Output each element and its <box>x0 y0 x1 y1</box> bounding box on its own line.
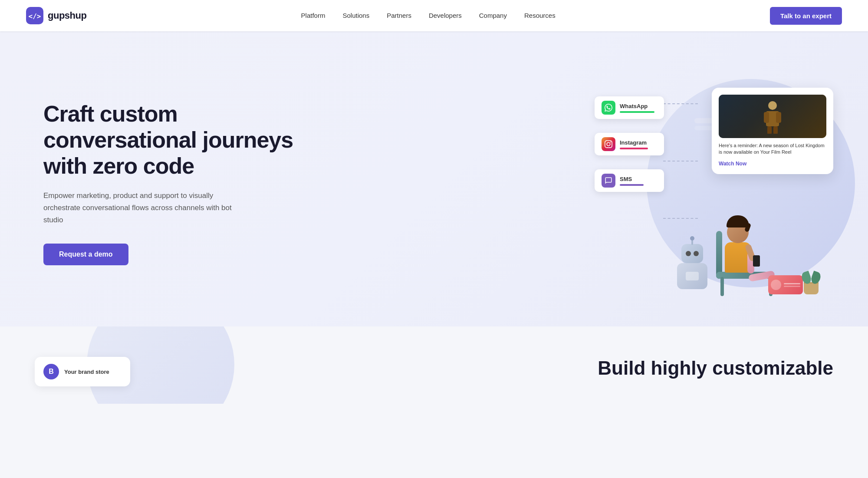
radio-decoration <box>768 275 803 294</box>
whatsapp-bar <box>620 111 654 113</box>
svg-rect-5 <box>776 112 781 123</box>
bottom-title: Build highly customizable <box>598 357 833 380</box>
hero-illustration: WhatsApp Instagram SMS <box>590 70 842 296</box>
radio-line-2 <box>784 286 800 287</box>
channel-pill-instagram: Instagram <box>595 133 664 155</box>
robot-body <box>677 263 707 289</box>
brand-store-label: Your brand store <box>64 369 109 375</box>
logo-link[interactable]: </> gupshup <box>26 7 86 24</box>
robot-head <box>681 244 703 263</box>
chair-leg-front-left <box>720 277 724 296</box>
gupshup-logo-icon: </> <box>26 7 43 24</box>
plant-decoration <box>802 272 820 294</box>
hero-card-reminder-text: Here's a reminder: A new season of Lost … <box>719 142 826 156</box>
navbar: </> gupshup Platform Solutions Partners … <box>0 0 868 31</box>
robot-eye-right <box>694 251 699 256</box>
bottom-left: B Your brand store <box>35 357 130 386</box>
hero-subtitle: Empower marketing, product and support t… <box>43 190 252 226</box>
instagram-label: Instagram <box>620 139 648 146</box>
movie-figure-icon <box>760 99 786 134</box>
instagram-bar <box>620 148 648 149</box>
nav-solutions[interactable]: Solutions <box>342 12 369 19</box>
nav-resources[interactable]: Resources <box>524 12 556 19</box>
channel-pill-sms: SMS <box>595 169 664 192</box>
talk-to-expert-button[interactable]: Talk to an expert <box>770 7 842 25</box>
sms-bar <box>620 184 644 186</box>
nav-company[interactable]: Company <box>479 12 507 19</box>
sms-label: SMS <box>620 176 644 182</box>
radio-knob <box>771 280 781 290</box>
channel-pills: WhatsApp Instagram SMS <box>595 96 664 192</box>
svg-rect-2 <box>768 101 777 110</box>
plant-pot <box>804 282 819 294</box>
hero-notification-card: Here's a reminder: A new season of Lost … <box>712 88 833 174</box>
channel-pill-whatsapp: WhatsApp <box>595 96 664 119</box>
brand-store-icon: B <box>43 364 59 379</box>
bottom-right: Build highly customizable <box>598 357 833 380</box>
robot-illustration <box>673 244 712 296</box>
radio-line-1 <box>784 283 800 284</box>
sms-icon <box>602 174 615 188</box>
character-illustration <box>642 209 816 296</box>
logo-text: gupshup <box>48 10 86 21</box>
request-demo-button[interactable]: Request a demo <box>43 244 128 265</box>
bottom-content: B Your brand store Build highly customiz… <box>0 326 868 404</box>
robot-screen <box>686 272 699 280</box>
svg-rect-6 <box>767 126 772 134</box>
nav-developers[interactable]: Developers <box>429 12 462 19</box>
brand-store-card: B Your brand store <box>35 357 130 386</box>
nav-links: Platform Solutions Partners Developers C… <box>301 12 556 20</box>
hero-card-watch-now[interactable]: Watch Now <box>719 161 746 167</box>
connector-line-1 <box>663 103 698 104</box>
instagram-icon <box>602 137 615 151</box>
hero-card-image <box>719 95 826 138</box>
nav-partners[interactable]: Partners <box>387 12 411 19</box>
svg-rect-7 <box>773 126 778 134</box>
svg-text:</>: </> <box>29 12 41 20</box>
whatsapp-label: WhatsApp <box>620 103 654 109</box>
robot-antenna-tip <box>690 236 694 241</box>
robot-eye-left <box>686 251 691 256</box>
bottom-section: B Your brand store Build highly customiz… <box>0 326 868 404</box>
hero-title: Craft custom conversational journeys wit… <box>43 101 304 179</box>
hero-left: Craft custom conversational journeys wit… <box>43 101 304 265</box>
hero-section: Craft custom conversational journeys wit… <box>0 31 868 326</box>
nav-platform[interactable]: Platform <box>301 12 326 19</box>
person-phone <box>753 255 760 267</box>
connector-line-2 <box>663 161 698 162</box>
whatsapp-icon <box>602 101 615 115</box>
svg-rect-4 <box>764 112 769 123</box>
